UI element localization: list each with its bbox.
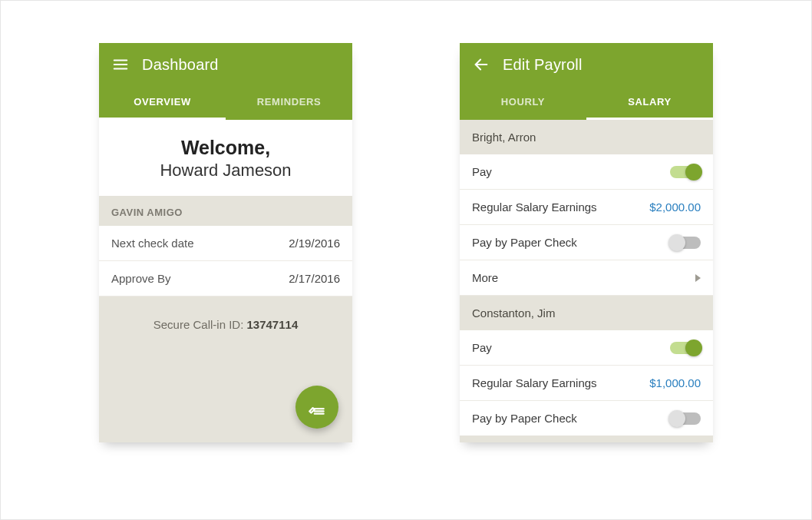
- welcome-heading: Welcome,: [99, 137, 352, 159]
- canvas: Dashboard OVERVIEW REMINDERS Welcome, Ho…: [0, 0, 812, 520]
- welcome-name: Howard Jameson: [99, 161, 352, 181]
- row-pay: Pay: [460, 154, 713, 190]
- chevron-right-icon: [695, 274, 701, 282]
- phone-edit-payroll: Edit Payroll HOURLY SALARY Bright, Arron…: [460, 43, 713, 442]
- appbar: Edit Payroll: [460, 43, 713, 86]
- tab-overview[interactable]: OVERVIEW: [99, 86, 226, 120]
- row-regular-salary-earnings[interactable]: Regular Salary Earnings $1,000.00: [460, 366, 713, 401]
- fab-sign-button[interactable]: [295, 386, 338, 429]
- row-approve-by: Approve By 2/17/2016: [99, 261, 352, 296]
- row-label: Pay: [472, 341, 492, 354]
- row-label: More: [472, 271, 498, 284]
- row-label: Approve By: [111, 272, 171, 285]
- tab-hourly[interactable]: HOURLY: [460, 86, 586, 120]
- page-title: Edit Payroll: [503, 56, 583, 74]
- row-label: Pay by Paper Check: [472, 236, 577, 249]
- phone-dashboard: Dashboard OVERVIEW REMINDERS Welcome, Ho…: [99, 43, 352, 442]
- row-label: Pay by Paper Check: [472, 412, 577, 425]
- employee-header: Bright, Arron: [460, 120, 713, 154]
- row-pay-by-paper-check: Pay by Paper Check: [460, 225, 713, 260]
- toggle-paper-check[interactable]: [670, 237, 701, 249]
- appbar: Dashboard: [99, 43, 352, 86]
- tab-reminders[interactable]: REMINDERS: [226, 86, 352, 120]
- employee-header: Constanton, Jim: [460, 296, 713, 330]
- tabs: OVERVIEW REMINDERS: [99, 86, 352, 120]
- row-next-check-date: Next check date 2/19/2016: [99, 226, 352, 261]
- toggle-pay[interactable]: [670, 342, 701, 354]
- back-icon[interactable]: [472, 55, 490, 74]
- row-value: 2/17/2016: [289, 272, 340, 285]
- menu-icon[interactable]: [111, 55, 130, 74]
- tab-salary[interactable]: SALARY: [586, 86, 713, 120]
- row-regular-salary-earnings[interactable]: Regular Salary Earnings $2,000.00: [460, 190, 713, 225]
- page-title: Dashboard: [142, 56, 219, 74]
- row-pay-by-paper-check: Pay by Paper Check: [460, 401, 713, 436]
- salary-amount: $2,000.00: [649, 200, 701, 214]
- row-more[interactable]: More: [460, 260, 713, 296]
- row-label: Pay: [472, 165, 492, 178]
- toggle-pay[interactable]: [670, 166, 701, 178]
- welcome-card: Welcome, Howard Jameson: [99, 120, 352, 196]
- row-pay: Pay: [460, 330, 713, 366]
- row-label: Next check date: [111, 237, 194, 250]
- salary-amount: $1,000.00: [649, 376, 701, 389]
- row-value: 2/19/2016: [289, 237, 340, 250]
- signature-icon: [307, 397, 327, 417]
- toggle-paper-check[interactable]: [670, 412, 701, 425]
- callin-prefix: Secure Call-in ID:: [153, 318, 247, 331]
- callin-value: 13747114: [246, 318, 298, 331]
- row-label: Regular Salary Earnings: [472, 200, 597, 214]
- row-label: Regular Salary Earnings: [472, 376, 597, 389]
- secure-callin-id: Secure Call-in ID: 13747114: [99, 296, 352, 353]
- tabs: HOURLY SALARY: [460, 86, 713, 120]
- employee-section-label: GAVIN AMIGO: [99, 196, 352, 226]
